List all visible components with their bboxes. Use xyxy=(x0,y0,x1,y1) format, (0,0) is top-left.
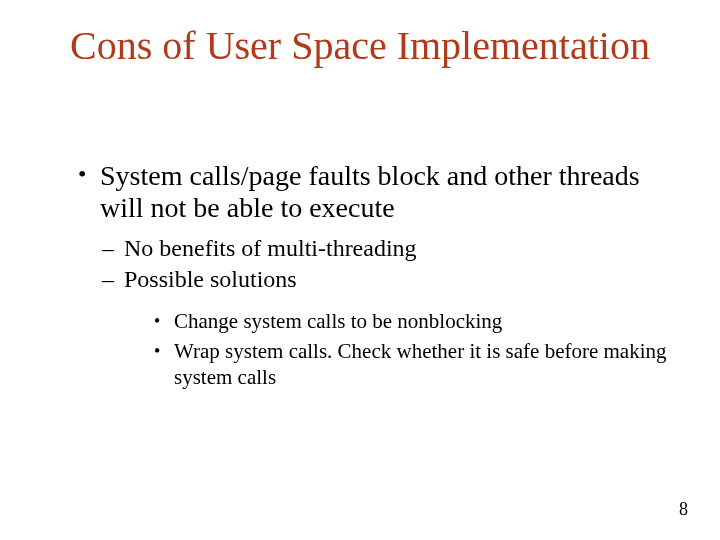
dash-bullet-icon: – xyxy=(102,234,114,263)
bullet-level3-text: Change system calls to be nonblocking xyxy=(174,309,502,333)
bullet-level2-text: No benefits of multi-threading xyxy=(124,235,417,261)
bullet-level1: • System calls/page faults block and oth… xyxy=(78,160,678,224)
slide-body: • System calls/page faults block and oth… xyxy=(78,160,678,395)
bullet-level2: – No benefits of multi-threading xyxy=(102,234,678,263)
disc-bullet-icon: • xyxy=(154,310,160,333)
bullet-level3: • Change system calls to be nonblocking xyxy=(154,308,678,334)
disc-bullet-icon: • xyxy=(78,161,86,189)
page-number: 8 xyxy=(679,499,688,520)
disc-bullet-icon: • xyxy=(154,340,160,363)
bullet-level2: – Possible solutions xyxy=(102,265,678,294)
slide: Cons of User Space Implementation • Syst… xyxy=(0,0,720,540)
bullet-level3: • Wrap system calls. Check whether it is… xyxy=(154,338,678,391)
bullet-level1-text: System calls/page faults block and other… xyxy=(100,160,640,223)
bullet-level3-text: Wrap system calls. Check whether it is s… xyxy=(174,339,667,389)
level3-group: • Change system calls to be nonblocking … xyxy=(154,308,678,391)
bullet-level2-text: Possible solutions xyxy=(124,266,297,292)
dash-bullet-icon: – xyxy=(102,265,114,294)
level2-group: – No benefits of multi-threading – Possi… xyxy=(102,234,678,390)
slide-title: Cons of User Space Implementation xyxy=(0,24,720,68)
